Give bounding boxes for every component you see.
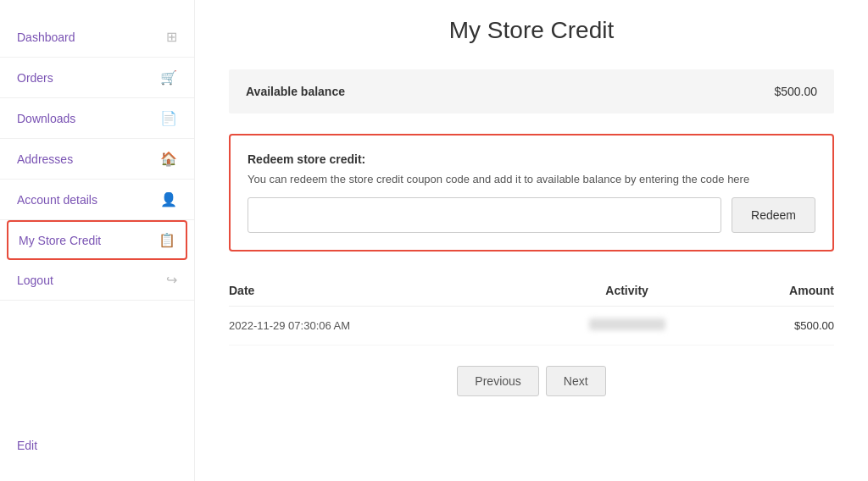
sidebar-item-logout[interactable]: Logout ↪ [0, 260, 194, 301]
redeem-title: Redeem store credit: [248, 152, 815, 166]
redeem-input-row: Redeem [248, 197, 815, 233]
sidebar: Dashboard ⊞ Orders 🛒 Downloads 📄 Address… [0, 0, 195, 481]
next-button[interactable]: Next [546, 366, 606, 396]
sidebar-item-downloads[interactable]: Downloads 📄 [0, 98, 194, 139]
sidebar-item-orders[interactable]: Orders 🛒 [0, 58, 194, 98]
col-amount: Amount [722, 275, 834, 307]
table-row: 2022-11-29 07:30:06 AM $500.00 [229, 307, 834, 346]
downloads-icon: 📄 [160, 110, 177, 126]
account-details-icon: 👤 [160, 191, 177, 207]
page-title: My Store Credit [229, 17, 834, 44]
addresses-icon: 🏠 [160, 151, 177, 167]
sidebar-item-account-details[interactable]: Account details 👤 [0, 180, 194, 220]
col-date: Date [229, 275, 531, 307]
logout-icon: ↪ [166, 272, 177, 288]
orders-icon: 🛒 [160, 69, 177, 86]
dashboard-icon: ⊞ [166, 29, 177, 45]
balance-row: Available balance $500.00 [229, 69, 834, 113]
store-credit-icon: 📋 [159, 232, 175, 248]
row-activity [531, 307, 722, 346]
sidebar-item-dashboard[interactable]: Dashboard ⊞ [0, 17, 194, 58]
credit-history-table: Date Activity Amount 2022-11-29 07:30:06… [229, 275, 834, 346]
redeem-description: You can redeem the store credit coupon c… [248, 173, 815, 185]
balance-label: Available balance [246, 85, 345, 98]
activity-blur [589, 318, 665, 330]
row-date: 2022-11-29 07:30:06 AM [229, 307, 531, 346]
previous-button[interactable]: Previous [457, 366, 538, 396]
redeem-section: Redeem store credit: You can redeem the … [229, 134, 834, 252]
redeem-button[interactable]: Redeem [732, 197, 815, 233]
redeem-code-input[interactable] [248, 197, 721, 233]
col-activity: Activity [531, 275, 722, 307]
sidebar-item-addresses[interactable]: Addresses 🏠 [0, 139, 194, 180]
pagination: Previous Next [229, 366, 834, 396]
sidebar-item-my-store-credit[interactable]: My Store Credit 📋 [7, 220, 187, 260]
balance-value: $500.00 [774, 85, 817, 98]
main-content: My Store Credit Available balance $500.0… [195, 0, 868, 481]
row-amount: $500.00 [722, 307, 834, 346]
sidebar-item-edit[interactable]: Edit [0, 427, 194, 464]
